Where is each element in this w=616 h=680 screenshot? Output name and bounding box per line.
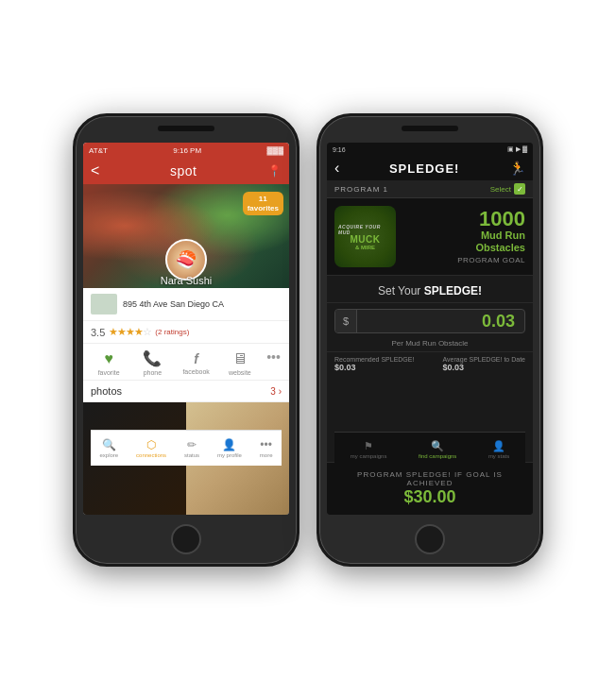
mud-logo: ACQUIRE YOUR MUD MUCK & MIRE [334,206,396,267]
find-campaigns-icon: 🔍 [431,440,444,452]
runner-icon: 🏃 [509,161,525,176]
mud-logo-bg: ACQUIRE YOUR MUD MUCK & MIRE [334,206,396,267]
stats-row: Recommended SPLEDGE! $0.03 Average SPLED… [327,351,533,376]
rating-value: 3.5 [91,327,105,338]
tab-my-profile[interactable]: 👤 my profile [217,438,242,458]
favorite-icon: ♥ [104,350,113,367]
home-button-left[interactable] [171,524,201,554]
phone1-status-bar: AT&T 9:16 PM ▓▓▓ [83,143,289,158]
phone1-tabbar: 🔍 explore ⬡ connections ✏ status 👤 my pr… [91,430,282,466]
my-stats-icon: 👤 [492,440,505,452]
p2-page-title: SPLEDGE! [389,162,459,176]
my-stats-label: my stats [488,453,509,459]
phone-right: 9:16 ▣ ▶ ▓ ‹ SPLEDGE! 🏃 PROGRAM 1 Select… [317,113,543,567]
spledge-input-row[interactable]: $ 0.03 [334,309,525,333]
my-campaigns-icon: ⚑ [364,440,373,452]
p2-back-button[interactable]: ‹ [334,160,339,177]
dollar-sign: $ [335,310,357,332]
more-label: more [260,452,273,458]
goal-label: PROGRAM SPLEDGE! IF GOAL IS ACHIEVED [334,470,525,487]
stars-display: ★★★★☆ [109,326,151,338]
phone2-status-bar: 9:16 ▣ ▶ ▓ [327,143,533,156]
my-campaigns-label: my campaigns [351,453,387,459]
hero-text: 1000 Mud RunObstacles PROGRAM GOAL [402,209,525,264]
phone1-screen: AT&T 9:16 PM ▓▓▓ < spot 📍 🍣 Nara Sushi 1… [83,143,289,515]
per-obstacle-label: Per Mud Run Obstacle [334,339,525,348]
select-button[interactable]: Select ✓ [490,183,525,195]
action-website[interactable]: 🖥 website [223,350,257,376]
more-button[interactable]: ••• [266,349,281,376]
more-icon: ••• [260,438,272,451]
explore-icon: 🔍 [102,438,116,451]
time-label: 9:16 PM [173,146,201,155]
obstacle-label: Mud RunObstacles [402,230,525,254]
photos-count[interactable]: 3 › [270,386,282,397]
explore-label: explore [99,452,118,458]
website-label: website [229,369,251,376]
tab-connections[interactable]: ⬡ connections [136,438,166,458]
battery-label: ▓▓▓ [267,146,284,155]
page-title: spot [170,163,197,178]
carrier-label: AT&T [89,146,108,155]
phone2-header: ‹ SPLEDGE! 🏃 [327,156,533,180]
map-thumbnail[interactable] [91,294,117,314]
rating-row: 3.5 ★★★★☆ (2 ratings) [83,321,289,344]
status-icon: ✏ [187,438,197,451]
action-phone[interactable]: 📞 phone [135,349,169,376]
action-facebook[interactable]: f facebook [180,351,214,375]
set-plain: Set Your [378,284,424,298]
connections-icon: ⬡ [146,438,156,451]
actions-row: ♥ favorite 📞 phone f facebook 🖥 website … [83,344,289,381]
program-goal-label: PROGRAM GOAL [402,256,525,264]
photos-row: photos 3 › [83,381,289,402]
goal-section: PROGRAM SPLEDGE! IF GOAL IS ACHIEVED $30… [327,462,533,515]
average-label: Average SPLEDGE! to Date [443,356,525,363]
p2-icons: ▣ ▶ ▓ [507,145,527,153]
set-text: Set Your SPLEDGE! [378,284,482,298]
address-text: 895 4th Ave San Diego CA [123,299,224,309]
find-campaigns-label: find campaigns [419,453,456,459]
tab-my-stats[interactable]: 👤 my stats [488,440,509,459]
address-row: 895 4th Ave San Diego CA [83,288,289,321]
ratings-link[interactable]: (2 ratings) [155,328,189,336]
tab-status[interactable]: ✏ status [184,438,199,458]
tab-more[interactable]: ••• more [260,438,273,458]
spledge-amount[interactable]: 0.03 [357,312,524,332]
phone1-header: < spot 📍 [83,158,289,184]
set-spledge-section: Set Your SPLEDGE! [327,276,533,303]
venue-name: Nara Sushi [83,275,289,286]
profile-label: my profile [217,452,242,458]
phone2-tabbar: ⚑ my campaigns 🔍 find campaigns 👤 my sta… [334,432,525,466]
connections-label: connections [136,452,166,458]
tab-my-campaigns[interactable]: ⚑ my campaigns [351,440,387,459]
back-button[interactable]: < [91,162,99,179]
check-icon: ✓ [514,183,525,195]
scene: AT&T 9:16 PM ▓▓▓ < spot 📍 🍣 Nara Sushi 1… [0,0,616,680]
program-label: PROGRAM 1 [334,185,388,194]
mud-logo-text2: MUCK [351,235,381,245]
status-label: status [184,452,199,458]
profile-icon: 👤 [222,438,236,451]
hero-section: ACQUIRE YOUR MUD MUCK & MIRE 1000 Mud Ru… [327,198,533,276]
venue-hero: 🍣 Nara Sushi 11 favorites [83,184,289,288]
select-label: Select [490,185,511,194]
favorites-count: 11 [248,195,279,204]
home-button-right[interactable] [415,524,445,554]
mud-logo-text1: ACQUIRE YOUR MUD [338,224,392,235]
recommended-value: $0.03 [334,363,414,372]
action-favorite[interactable]: ♥ favorite [92,350,126,376]
tab-explore[interactable]: 🔍 explore [99,438,118,458]
tab-find-campaigns[interactable]: 🔍 find campaigns [419,440,456,459]
facebook-icon: f [194,351,198,366]
phone-left: AT&T 9:16 PM ▓▓▓ < spot 📍 🍣 Nara Sushi 1… [73,113,299,567]
phone-icon: 📞 [143,349,162,367]
set-bold: SPLEDGE! [424,284,482,298]
favorites-badge: 11 favorites [243,192,283,215]
phone2-screen: 9:16 ▣ ▶ ▓ ‹ SPLEDGE! 🏃 PROGRAM 1 Select… [327,143,533,515]
facebook-label: facebook [182,368,209,375]
favorite-label: favorite [98,369,120,376]
location-icon: 📍 [267,164,282,178]
website-icon: 🖥 [232,350,248,367]
photos-label: photos [91,385,122,397]
average-value: $0.03 [443,363,525,372]
